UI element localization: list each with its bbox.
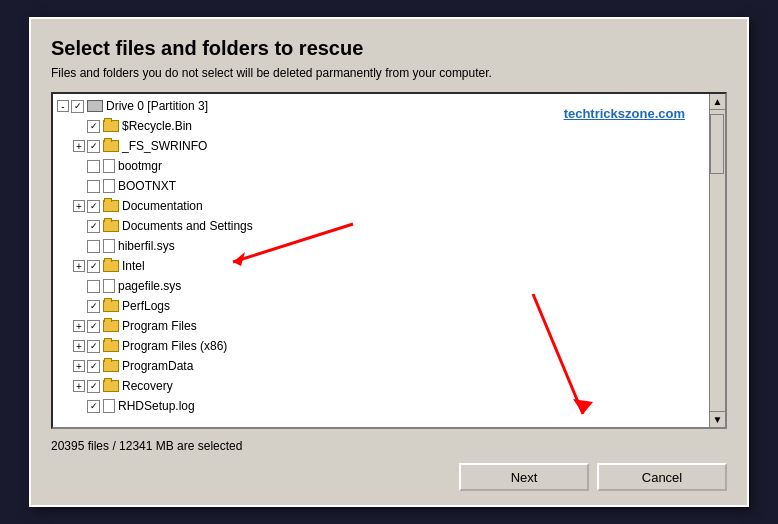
tree-checkbox[interactable] xyxy=(87,300,100,313)
dialog-title: Select files and folders to rescue xyxy=(51,37,727,60)
tree-expander[interactable]: + xyxy=(73,340,85,352)
folder-icon xyxy=(103,300,119,312)
tree-item[interactable]: hiberfil.sys xyxy=(53,236,725,256)
scrollbar-down[interactable]: ▼ xyxy=(710,411,725,427)
tree-item-label: Drive 0 [Partition 3] xyxy=(106,99,208,113)
tree-checkbox[interactable] xyxy=(87,260,100,273)
scrollbar-thumb[interactable] xyxy=(710,114,724,174)
folder-icon xyxy=(103,260,119,272)
tree-expander[interactable]: + xyxy=(73,380,85,392)
status-bar: 20395 files / 12341 MB are selected xyxy=(51,439,727,453)
folder-icon xyxy=(103,380,119,392)
file-tree-container[interactable]: -Drive 0 [Partition 3]$Recycle.Bin+_FS_S… xyxy=(51,92,727,429)
tree-expander[interactable]: - xyxy=(57,100,69,112)
tree-item-label: Intel xyxy=(122,259,145,273)
scrollbar-track[interactable]: ▲ ▼ xyxy=(709,94,725,427)
tree-item[interactable]: bootmgr xyxy=(53,156,725,176)
file-icon xyxy=(103,159,115,173)
tree-item-label: RHDSetup.log xyxy=(118,399,195,413)
dialog-subtitle: Files and folders you do not select will… xyxy=(51,66,727,80)
tree-expander[interactable]: + xyxy=(73,320,85,332)
tree-checkbox[interactable] xyxy=(87,120,100,133)
tree-checkbox[interactable] xyxy=(87,320,100,333)
tree-checkbox[interactable] xyxy=(87,160,100,173)
folder-icon xyxy=(103,200,119,212)
folder-icon xyxy=(103,140,119,152)
tree-item[interactable]: +Intel xyxy=(53,256,725,276)
tree-checkbox[interactable] xyxy=(87,180,100,193)
tree-item-label: _FS_SWRINFO xyxy=(122,139,207,153)
file-icon xyxy=(103,239,115,253)
tree-checkbox[interactable] xyxy=(87,140,100,153)
folder-icon xyxy=(103,320,119,332)
file-icon xyxy=(103,179,115,193)
folder-icon xyxy=(103,220,119,232)
watermark-text: techtrickszone.com xyxy=(564,106,685,121)
file-icon xyxy=(103,399,115,413)
next-button[interactable]: Next xyxy=(459,463,589,491)
tree-item-label: BOOTNXT xyxy=(118,179,176,193)
tree-expander[interactable]: + xyxy=(73,360,85,372)
tree-item-label: pagefile.sys xyxy=(118,279,181,293)
tree-checkbox[interactable] xyxy=(87,240,100,253)
file-tree: -Drive 0 [Partition 3]$Recycle.Bin+_FS_S… xyxy=(53,94,725,418)
tree-item-label: bootmgr xyxy=(118,159,162,173)
tree-item[interactable]: BOOTNXT xyxy=(53,176,725,196)
folder-icon xyxy=(103,120,119,132)
tree-item[interactable]: +ProgramData xyxy=(53,356,725,376)
rescue-dialog: Select files and folders to rescue Files… xyxy=(29,17,749,507)
tree-item-label: Program Files xyxy=(122,319,197,333)
tree-item-label: Program Files (x86) xyxy=(122,339,227,353)
file-icon xyxy=(103,279,115,293)
tree-checkbox[interactable] xyxy=(87,380,100,393)
scrollbar-up[interactable]: ▲ xyxy=(710,94,725,110)
tree-checkbox[interactable] xyxy=(71,100,84,113)
tree-item[interactable]: +Program Files xyxy=(53,316,725,336)
tree-expander[interactable]: + xyxy=(73,260,85,272)
tree-checkbox[interactable] xyxy=(87,340,100,353)
tree-expander[interactable]: + xyxy=(73,200,85,212)
button-row: Next Cancel xyxy=(51,463,727,491)
tree-item-label: Recovery xyxy=(122,379,173,393)
tree-item[interactable]: RHDSetup.log xyxy=(53,396,725,416)
cancel-button[interactable]: Cancel xyxy=(597,463,727,491)
tree-item[interactable]: PerfLogs xyxy=(53,296,725,316)
tree-item[interactable]: +_FS_SWRINFO xyxy=(53,136,725,156)
tree-item[interactable]: +Recovery xyxy=(53,376,725,396)
tree-checkbox[interactable] xyxy=(87,400,100,413)
tree-expander[interactable]: + xyxy=(73,140,85,152)
tree-item-label: Documents and Settings xyxy=(122,219,253,233)
tree-item-label: ProgramData xyxy=(122,359,193,373)
tree-item[interactable]: Documents and Settings xyxy=(53,216,725,236)
tree-item[interactable]: pagefile.sys xyxy=(53,276,725,296)
drive-icon xyxy=(87,100,103,112)
folder-icon xyxy=(103,340,119,352)
tree-item-label: Documentation xyxy=(122,199,203,213)
tree-item-label: $Recycle.Bin xyxy=(122,119,192,133)
tree-item[interactable]: +Documentation xyxy=(53,196,725,216)
tree-item[interactable]: +Program Files (x86) xyxy=(53,336,725,356)
tree-item-label: PerfLogs xyxy=(122,299,170,313)
tree-item-label: hiberfil.sys xyxy=(118,239,175,253)
tree-checkbox[interactable] xyxy=(87,360,100,373)
tree-checkbox[interactable] xyxy=(87,220,100,233)
folder-icon xyxy=(103,360,119,372)
tree-checkbox[interactable] xyxy=(87,280,100,293)
tree-checkbox[interactable] xyxy=(87,200,100,213)
